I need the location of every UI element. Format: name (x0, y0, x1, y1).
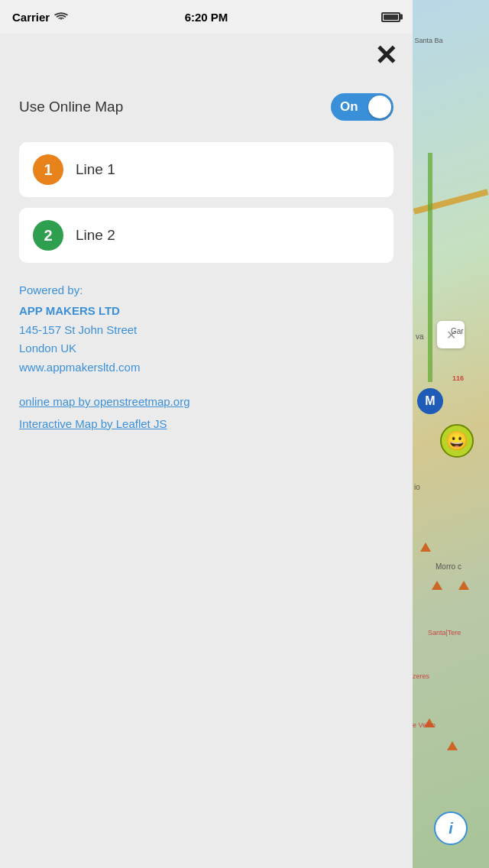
face-pin-icon: 😀 (445, 430, 468, 452)
face-pin[interactable]: 😀 (440, 424, 474, 458)
map-label-ne-velho: ne Velho (413, 721, 436, 729)
map-label-va: va (416, 332, 424, 341)
map-label-morro: Morro c (436, 562, 461, 571)
address-line-1: 145-157 St John Street (19, 321, 393, 340)
line-2-badge: 2 (33, 220, 63, 251)
leaflet-link[interactable]: Interactive Map by Leaflet JS (19, 415, 393, 434)
line-2-item[interactable]: 2 Line 2 (19, 208, 393, 263)
map-label-santa-ba: de Santa Ba (413, 37, 443, 44)
map-label-azeres: azeres (413, 672, 429, 680)
map-triangle-5 (447, 741, 458, 750)
content-area: Use Online Map On 1 Line 1 2 Line 2 Powe… (0, 34, 413, 452)
status-bar: Carrier 6:20 PM (0, 0, 413, 34)
company-name: APP MAKERS LTD (19, 302, 393, 321)
credits-links: online map by openstreetmap.org Interact… (19, 393, 393, 434)
toggle-label: Use Online Map (19, 99, 123, 115)
info-icon: i (449, 820, 453, 837)
map-label-gar: Gar (451, 327, 464, 335)
line-2-name: Line 2 (76, 227, 115, 244)
toggle-on-label: On (340, 99, 358, 115)
time-label: 6:20 PM (185, 11, 228, 24)
line-1-badge: 1 (33, 154, 63, 185)
map-road-orange (413, 189, 489, 215)
map-label-io: io (414, 483, 420, 491)
map-number-116: 116 (452, 374, 464, 382)
close-button[interactable]: ✕ (374, 42, 397, 70)
wifi-icon (54, 11, 68, 24)
credits-section: Powered by: APP MAKERS LTD 145-157 St Jo… (19, 281, 393, 433)
openstreetmap-link[interactable]: online map by openstreetmap.org (19, 393, 393, 412)
online-map-toggle[interactable]: On (331, 93, 393, 121)
status-left: Carrier (12, 11, 68, 24)
toggle-knob (368, 96, 391, 118)
info-button[interactable]: i (434, 811, 468, 845)
battery-indicator (381, 12, 400, 22)
toggle-row: Use Online Map On (19, 93, 393, 121)
map-panel: de Santa Ba ✕ va Gar 116 M io 😀 Morr (413, 0, 489, 868)
line-1-name: Line 1 (76, 161, 115, 178)
map-road-green (428, 153, 432, 382)
map-background: de Santa Ba ✕ va Gar 116 M io 😀 Morr (413, 0, 489, 868)
carrier-label: Carrier (12, 11, 50, 24)
map-triangle-2 (432, 581, 442, 590)
metro-pin[interactable]: M (417, 388, 443, 414)
metro-pin-label: M (425, 394, 435, 408)
settings-panel: Carrier 6:20 PM ✕ Use Online Map (0, 0, 413, 868)
line-1-item[interactable]: 1 Line 1 (19, 142, 393, 197)
website-link[interactable]: www.appmakersltd.com (19, 358, 393, 377)
address-line-2: London UK (19, 339, 393, 358)
powered-by-label: Powered by: (19, 281, 393, 300)
map-label-santa-tere: Santa|Tere (428, 629, 461, 636)
map-triangle-3 (458, 581, 469, 590)
map-triangle-1 (420, 542, 431, 552)
